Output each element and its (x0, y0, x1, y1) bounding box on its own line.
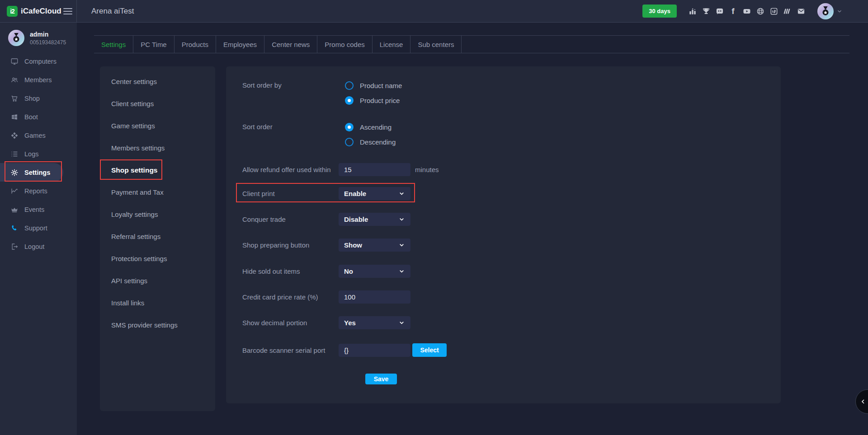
menu-item-payment-and-tax[interactable]: Payment and Tax (100, 181, 215, 203)
collapse-panel-button[interactable] (855, 389, 868, 414)
tab-promo-codes[interactable]: Promo codes (317, 36, 372, 53)
sidebar-item-label: Support (24, 225, 47, 232)
radio-ascending[interactable]: Ascending (339, 122, 396, 131)
tab-products[interactable]: Products (175, 36, 216, 53)
facebook-icon[interactable]: f (728, 6, 738, 16)
icafecloud-mini-icon[interactable] (769, 6, 778, 16)
globe-icon[interactable] (755, 6, 765, 16)
topbar-icon-row: f (688, 6, 806, 16)
client-print-select[interactable]: Enable (339, 187, 410, 200)
tab-license[interactable]: License (373, 36, 411, 53)
hide-sold-out-row: Hide sold out items No (242, 264, 781, 278)
sidebar-item-label: Logs (24, 150, 38, 158)
logo-text: iCafeCloud (21, 7, 61, 16)
radio-product-name[interactable]: Product name (339, 81, 402, 90)
hamburger-menu-icon[interactable] (61, 5, 74, 18)
discord-icon[interactable] (715, 6, 724, 16)
menu-item-client-settings[interactable]: Client settings (100, 93, 215, 115)
sort-order-row: Sort order Ascending Descending (242, 122, 781, 146)
radio-product-price[interactable]: Product price (339, 96, 402, 105)
user-menu[interactable] (817, 3, 843, 19)
topbar: i2 iCafeCloud Arena aiTest 30 days f (0, 0, 868, 23)
sidebar-item-members[interactable]: Members (0, 70, 77, 89)
radio-descending[interactable]: Descending (339, 137, 396, 146)
settings-menu-panel: Center settings Client settings Game set… (100, 66, 215, 411)
tab-employees[interactable]: Employees (216, 36, 264, 53)
sidebar-item-logs[interactable]: Logs (0, 145, 77, 163)
windows-icon (10, 112, 19, 121)
sidebar-item-label: Events (24, 206, 44, 213)
leaderboard-icon[interactable] (688, 6, 697, 16)
sidebar-item-games[interactable]: Games (0, 126, 77, 145)
refund-row: Allow refund offer used within minutes (242, 163, 781, 176)
tab-center-news[interactable]: Center news (264, 36, 317, 53)
credit-card-rate-input[interactable] (339, 290, 410, 304)
menu-item-shop-settings[interactable]: Shop settings (100, 159, 215, 181)
shop-preparing-select[interactable]: Show (339, 239, 410, 252)
select-port-button[interactable]: Select (412, 343, 447, 357)
trophy-icon[interactable] (701, 6, 711, 16)
topbar-logo-area: i2 iCafeCloud (0, 0, 77, 22)
radio-checked-icon[interactable] (345, 96, 354, 105)
shop-preparing-row: Shop preparing button Show (242, 238, 781, 252)
icafecloud-logo-icon: i2 (7, 6, 18, 17)
sidebar: admin 005193482475 Computers Members Sho… (0, 23, 77, 435)
conquer-trade-select[interactable]: Disable (339, 213, 410, 226)
profile-id: 005193482475 (30, 39, 66, 46)
brand-bars-icon[interactable] (783, 6, 792, 16)
youtube-icon[interactable] (742, 6, 751, 16)
menu-item-api-settings[interactable]: API settings (100, 270, 215, 292)
menu-item-referral-settings[interactable]: Referral settings (100, 225, 215, 248)
refund-minutes-input[interactable] (339, 163, 410, 176)
barcode-port-input[interactable] (339, 344, 410, 357)
menu-item-members-settings[interactable]: Members settings (100, 137, 215, 159)
profile-avatar[interactable] (8, 30, 24, 46)
menu-item-sms-provider-settings[interactable]: SMS provider settings (100, 314, 215, 336)
show-decimal-row: Show decimal portion Yes (242, 316, 781, 329)
field-label: Conquer trade (242, 215, 339, 223)
show-decimal-select[interactable]: Yes (339, 316, 410, 329)
select-value: Yes (344, 319, 356, 327)
mail-icon[interactable] (796, 6, 806, 16)
radio-unchecked-icon[interactable] (345, 138, 354, 146)
tab-pc-time[interactable]: PC Time (133, 36, 175, 53)
logout-icon (10, 242, 19, 251)
field-label: Sort order by (242, 81, 339, 105)
license-days-badge[interactable]: 30 days (642, 5, 677, 18)
menu-item-protection-settings[interactable]: Protection settings (100, 248, 215, 270)
field-label: Hide sold out items (242, 267, 339, 275)
menu-item-loyalty-settings[interactable]: Loyalty settings (100, 203, 215, 225)
sidebar-item-shop[interactable]: Shop (0, 89, 77, 108)
sidebar-item-boot[interactable]: Boot (0, 108, 77, 126)
barcode-port-row: Barcode scanner serial port Select (242, 343, 781, 357)
chevron-down-icon[interactable] (836, 8, 843, 14)
sidebar-item-label: Reports (24, 187, 47, 195)
page-title: Arena aiTest (91, 7, 134, 16)
sidebar-item-settings[interactable]: Settings (0, 163, 63, 182)
sidebar-item-label: Shop (24, 95, 40, 102)
save-button[interactable]: Save (365, 374, 397, 384)
sidebar-item-reports[interactable]: Reports (0, 182, 77, 200)
tab-sub-centers[interactable]: Sub centers (410, 36, 462, 53)
select-value: Disable (344, 215, 368, 223)
sidebar-item-support[interactable]: Support (0, 219, 77, 237)
menu-item-install-links[interactable]: Install links (100, 292, 215, 314)
gamepad-icon (10, 131, 19, 140)
cart-icon (10, 94, 19, 103)
hide-sold-out-select[interactable]: No (339, 265, 410, 278)
sidebar-item-label: Settings (24, 169, 50, 176)
sidebar-item-events[interactable]: Events (0, 200, 77, 219)
chevron-down-icon (398, 268, 405, 275)
sidebar-item-computers[interactable]: Computers (0, 52, 77, 70)
tab-settings[interactable]: Settings (94, 36, 133, 53)
menu-item-center-settings[interactable]: Center settings (100, 70, 215, 93)
radio-unchecked-icon[interactable] (345, 81, 354, 90)
field-label: Shop preparing button (242, 241, 339, 249)
center-tabs: Settings PC Time Products Employees Cent… (94, 35, 849, 53)
sidebar-item-logout[interactable]: Logout (0, 237, 77, 256)
avatar[interactable] (817, 3, 834, 19)
menu-item-game-settings[interactable]: Game settings (100, 115, 215, 137)
field-label: Barcode scanner serial port (242, 346, 339, 354)
radio-label: Product name (360, 82, 402, 89)
radio-checked-icon[interactable] (345, 123, 354, 131)
